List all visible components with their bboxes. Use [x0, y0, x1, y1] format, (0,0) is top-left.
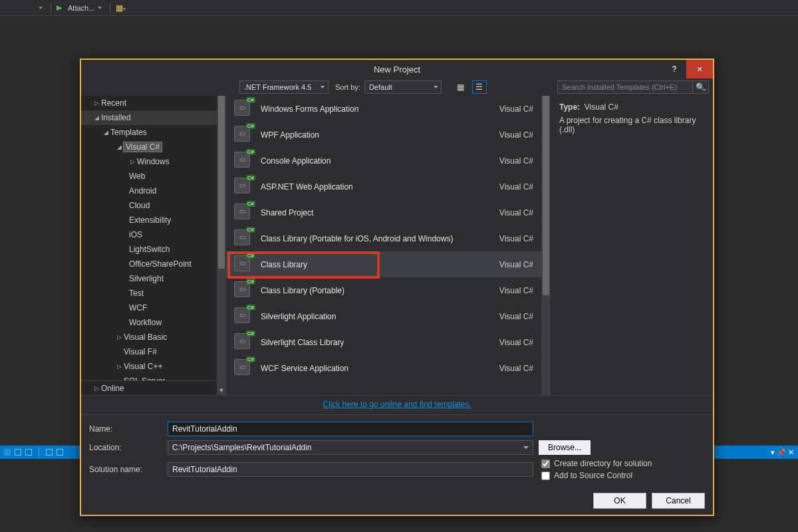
online-templates-link[interactable]: Click here to go online and find templat… — [323, 400, 471, 409]
template-row[interactable]: ▭C#WCF Service ApplicationVisual C# — [226, 355, 541, 381]
tree-item[interactable]: WCF — [84, 301, 226, 315]
browse-button[interactable]: Browse... — [539, 440, 591, 455]
template-name: ASP.NET Web Application — [261, 182, 477, 192]
help-button[interactable]: ? — [665, 60, 684, 78]
template-lang: Visual C# — [485, 156, 533, 166]
template-row[interactable]: ▭C#Shared ProjectVisual C# — [226, 200, 541, 225]
template-lang: Visual C# — [485, 130, 533, 140]
template-lang: Visual C# — [485, 208, 533, 217]
dialog-toolbar: .NET Framework 4.5 Sort by: Default ▦ ☰ … — [81, 78, 713, 96]
cs-badge-icon: C# — [246, 149, 255, 155]
template-row[interactable]: ▭C#ASP.NET Web ApplicationVisual C# — [226, 174, 541, 200]
location-label: Location: — [89, 443, 162, 452]
template-row[interactable]: ▭C#Console ApplicationVisual C# — [226, 148, 541, 174]
template-lang: Visual C# — [485, 338, 533, 347]
name-input[interactable]: RevitTutorialAddin — [168, 422, 533, 436]
template-lang: Visual C# — [485, 104, 533, 114]
tree-item[interactable]: Android — [84, 184, 226, 198]
dialog-titlebar[interactable]: New Project ? × — [81, 60, 713, 78]
cs-badge-icon: C# — [246, 97, 255, 103]
template-row[interactable]: ▭C#Class LibraryVisual C# — [226, 251, 541, 277]
tree-item[interactable]: Office/SharePoint — [84, 257, 226, 271]
tree-item[interactable]: LightSwitch — [84, 242, 226, 257]
new-project-dialog: New Project ? × .NET Framework 4.5 Sort … — [80, 59, 714, 516]
dialog-title: New Project — [374, 65, 420, 74]
attach-dropdown[interactable]: Attach... — [65, 2, 104, 14]
cs-badge-icon: C# — [246, 356, 255, 362]
template-lang: Visual C# — [485, 312, 533, 321]
tree-templates[interactable]: ◢Templates — [81, 125, 226, 140]
ok-button[interactable]: OK — [593, 493, 646, 509]
tree-item[interactable]: iOS — [84, 227, 226, 242]
tree-installed[interactable]: ◢Installed — [81, 110, 226, 125]
sort-label: Sort by: — [335, 83, 360, 91]
tree-sql-server[interactable]: SQL Server — [81, 374, 226, 380]
detail-type-label: Type: — [559, 102, 580, 112]
template-lang: Visual C# — [485, 234, 533, 243]
template-row[interactable]: ▭C#Silverlight Class LibraryVisual C# — [226, 329, 541, 355]
template-name: Silverlight Application — [261, 312, 477, 321]
template-lang: Visual C# — [485, 364, 533, 373]
search-input[interactable]: Search Installed Templates (Ctrl+E) — [557, 80, 693, 94]
tree-visual-cs[interactable]: ◢Visual C# — [81, 140, 226, 154]
close-button[interactable]: × — [686, 60, 713, 78]
create-directory-checkbox[interactable]: Create directory for solution — [541, 459, 705, 468]
divider — [110, 3, 110, 13]
list-scrollbar[interactable] — [541, 96, 551, 395]
detail-description: A project for creating a C# class librar… — [559, 116, 705, 134]
template-row[interactable]: ▭C#Class Library (Portable)Visual C# — [226, 277, 541, 303]
tree-item[interactable]: Cloud — [84, 198, 226, 213]
view-large-icon[interactable]: ▦ — [454, 80, 468, 94]
tool-icon[interactable]: ▦▾ — [116, 3, 126, 13]
template-lang: Visual C# — [485, 260, 533, 269]
tree-visual-basic[interactable]: ▷Visual Basic — [81, 330, 226, 344]
template-details: Type: Visual C# A project for creating a… — [551, 96, 713, 395]
template-row[interactable]: ▭C#Silverlight ApplicationVisual C# — [226, 303, 541, 329]
cs-badge-icon: C# — [246, 175, 255, 181]
template-list: ▭C#Windows Forms ApplicationVisual C#▭C#… — [226, 96, 551, 395]
template-name: Class Library — [261, 260, 477, 269]
tree-item[interactable]: Web — [84, 169, 226, 184]
pin-icon[interactable]: ▾ 📌 ✕ — [771, 448, 794, 457]
template-name: WPF Application — [261, 130, 477, 140]
tree-scrollbar[interactable]: ▲▼ — [217, 96, 226, 395]
config-dropdown[interactable] — [3, 6, 45, 10]
tree-visual-fs[interactable]: Visual F# — [81, 344, 226, 359]
view-list-icon[interactable]: ☰ — [472, 80, 487, 94]
cancel-button[interactable]: Cancel — [652, 493, 705, 509]
template-name: Console Application — [261, 156, 477, 166]
cs-badge-icon: C# — [246, 253, 255, 259]
template-row[interactable]: ▭C#Windows Forms ApplicationVisual C# — [226, 96, 541, 122]
detail-type-value: Visual C# — [585, 102, 618, 112]
sort-select[interactable]: Default — [364, 80, 442, 94]
location-input[interactable]: C:\Projects\Samples\RevitTutorialAddin — [168, 440, 533, 455]
name-label: Name: — [89, 424, 162, 434]
tree-item[interactable]: ▷Windows — [84, 154, 226, 169]
solution-name-input[interactable]: RevitTutorialAddin — [168, 462, 533, 477]
play-icon[interactable]: ▶ — [57, 3, 62, 12]
search-button[interactable]: 🔍 — [693, 80, 709, 94]
template-lang: Visual C# — [485, 182, 533, 192]
framework-select[interactable]: .NET Framework 4.5 — [239, 80, 329, 94]
template-name: Class Library (Portable) — [261, 286, 477, 295]
tree-item[interactable]: Extensibility — [84, 213, 226, 227]
tree-online[interactable]: ▷Online — [81, 380, 226, 395]
tree-recent[interactable]: ▷Recent — [81, 96, 226, 110]
template-name: Class Library (Portable for iOS, Android… — [261, 234, 477, 243]
template-name: Shared Project — [261, 208, 477, 217]
tree-item[interactable]: Silverlight — [84, 271, 226, 286]
cs-badge-icon: C# — [246, 331, 255, 336]
cs-badge-icon: C# — [246, 201, 255, 207]
template-row[interactable]: ▭C#Class Library (Portable for iOS, Andr… — [226, 225, 541, 251]
cs-badge-icon: C# — [246, 123, 255, 129]
template-name: Windows Forms Application — [261, 104, 477, 114]
template-lang: Visual C# — [485, 286, 533, 295]
tree-item[interactable]: Test — [84, 286, 226, 301]
cs-badge-icon: C# — [246, 305, 255, 311]
tree-visual-cpp[interactable]: ▷Visual C++ — [81, 359, 226, 374]
tree-item[interactable]: Workflow — [84, 315, 226, 330]
template-row[interactable]: ▭C#WPF ApplicationVisual C# — [226, 122, 541, 148]
divider — [51, 3, 51, 13]
add-source-control-checkbox[interactable]: Add to Source Control — [541, 471, 705, 480]
solution-name-label: Solution name: — [89, 465, 162, 474]
